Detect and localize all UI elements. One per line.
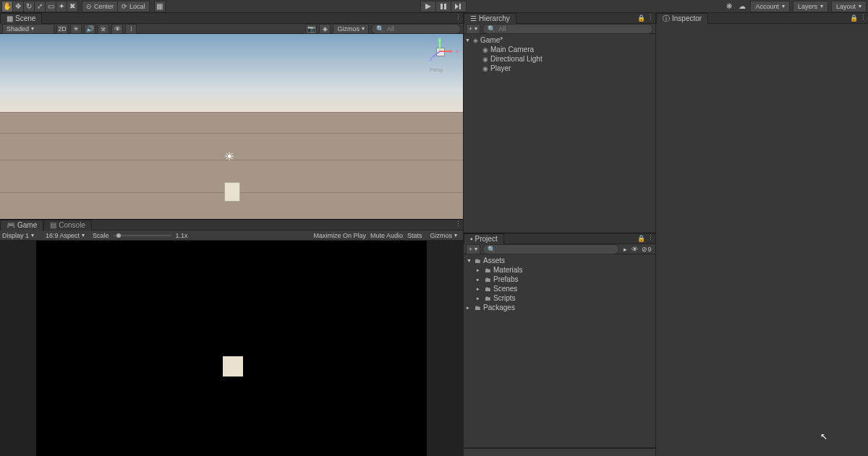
- layers-dropdown[interactable]: Layers: [793, 1, 828, 12]
- expand-arrow-icon[interactable]: ▸: [477, 286, 482, 292]
- shading-mode-dropdown[interactable]: Shaded: [2, 24, 54, 34]
- project-folder-prefabs[interactable]: ▸🖿Prefabs: [464, 275, 655, 284]
- play-button[interactable]: [420, 1, 436, 12]
- move-tool-button[interactable]: ✥: [12, 1, 24, 12]
- gameobject-icon: ◉: [482, 65, 488, 72]
- pivot-toggle-button[interactable]: ⊙Center: [82, 1, 118, 12]
- project-lock-icon[interactable]: 🔒: [637, 235, 645, 242]
- gizmo-persp-label: Persp: [430, 67, 443, 72]
- maximize-on-play-toggle[interactable]: Maximize On Play: [313, 232, 366, 239]
- inspector-lock-icon[interactable]: 🔒: [850, 14, 858, 22]
- snap-toggle-button[interactable]: ▦: [154, 1, 166, 12]
- player-cube-object[interactable]: [224, 182, 240, 202]
- scene-search-field[interactable]: 🔍All: [371, 24, 461, 34]
- btn-2d[interactable]: 2D: [56, 24, 68, 34]
- pause-button[interactable]: [435, 1, 451, 12]
- game-tab-bar: 🎮Game ▤Console ⋮: [0, 220, 463, 231]
- svg-rect-4: [459, 4, 461, 9]
- project-tree[interactable]: ▼ 🖿 Assets ▸🖿Materials ▸🖿Prefabs ▸🖿Scene…: [464, 254, 655, 448]
- expand-arrow-icon[interactable]: ▸: [477, 296, 482, 301]
- hierarchy-search-placeholder: All: [498, 25, 506, 33]
- gizmos-dropdown[interactable]: Gizmos: [333, 24, 369, 34]
- expand-arrow-icon[interactable]: ▸: [477, 267, 482, 273]
- project-visibility-icon[interactable]: 👁: [631, 245, 638, 254]
- project-folder-label: Assets: [483, 257, 505, 264]
- scene-lighting-toggle[interactable]: ☀: [70, 24, 82, 34]
- project-hidden-count[interactable]: ⊘9: [640, 245, 653, 254]
- scale-slider[interactable]: [114, 235, 171, 236]
- scene-camera-dropdown[interactable]: ⁞: [125, 24, 137, 34]
- hierarchy-panel-menu[interactable]: ⋮: [647, 14, 654, 21]
- game-gizmos-dropdown[interactable]: Gizmos: [426, 231, 461, 240]
- scene-panel-menu[interactable]: ⋮: [455, 14, 461, 21]
- cloud-icon[interactable]: ☁: [737, 1, 747, 12]
- project-folder-scripts[interactable]: ▸🖿Scripts: [464, 293, 655, 303]
- layers-dropdown-label: Layers: [798, 3, 817, 10]
- project-search-field[interactable]: 🔍: [482, 244, 619, 254]
- game-panel-menu[interactable]: ⋮: [455, 220, 461, 228]
- project-assets-root[interactable]: ▼ 🖿 Assets: [464, 256, 655, 265]
- project-packages-root[interactable]: ▸🖿Packages: [464, 303, 655, 312]
- tab-console[interactable]: ▤Console: [43, 220, 92, 231]
- collab-icon[interactable]: ❋: [724, 1, 734, 12]
- scene-viewport[interactable]: y x z Persp ☀: [0, 34, 463, 219]
- scene-visibility-toggle[interactable]: 👁: [111, 24, 123, 34]
- orientation-gizmo[interactable]: y x z Persp: [427, 38, 456, 67]
- project-filter-icon[interactable]: ▸: [621, 245, 629, 254]
- mute-audio-toggle[interactable]: Mute Audio: [370, 232, 403, 239]
- project-folder-label: Materials: [493, 266, 523, 274]
- scale-tool-button[interactable]: ⤢: [34, 1, 46, 12]
- expand-arrow-icon[interactable]: ▼: [465, 38, 471, 43]
- project-folder-scenes[interactable]: ▸🖿Scenes: [464, 284, 655, 293]
- hierarchy-scene-root[interactable]: ▼ ◈ Game*: [464, 35, 655, 45]
- tab-scene[interactable]: ▦Scene: [0, 13, 42, 24]
- svg-rect-1: [441, 4, 443, 9]
- display-dropdown[interactable]: Display 1: [2, 231, 38, 240]
- hierarchy-tab-bar: ☰Hierarchy 🔒 ⋮: [464, 13, 655, 24]
- hierarchy-item-directional-light[interactable]: ◉ Directional Light: [464, 54, 655, 64]
- space-toggle-button[interactable]: ⟳Local: [117, 1, 150, 12]
- directional-light-gizmo[interactable]: ☀: [224, 150, 234, 163]
- project-create-dropdown[interactable]: +: [466, 244, 480, 254]
- local-icon: ⟳: [122, 3, 127, 10]
- hierarchy-tree[interactable]: ▼ ◈ Game* ◉ Main Camera ◉ Directional Li…: [464, 34, 655, 233]
- hierarchy-item-player[interactable]: ◉ Player: [464, 64, 655, 73]
- rect-tool-button[interactable]: ▭: [45, 1, 56, 12]
- hierarchy-lock-icon[interactable]: 🔒: [637, 14, 645, 22]
- rotate-tool-button[interactable]: ↻: [23, 1, 35, 12]
- layout-dropdown[interactable]: Layout: [831, 1, 867, 12]
- stats-toggle[interactable]: Stats: [407, 232, 422, 239]
- svg-line-7: [433, 51, 440, 57]
- hand-tool-button[interactable]: ✋: [1, 1, 13, 12]
- scene-audio-toggle[interactable]: 🔊: [84, 24, 95, 34]
- project-folder-materials[interactable]: ▸🖿Materials: [464, 265, 655, 275]
- gameobject-icon: ◉: [482, 56, 488, 63]
- scene-icon: ▦: [7, 14, 13, 22]
- tab-inspector[interactable]: ⓘInspector: [656, 13, 708, 24]
- transform-tool-button[interactable]: ✦: [56, 1, 67, 12]
- project-panel-menu[interactable]: ⋮: [647, 234, 654, 241]
- gizmo-toggle-icon[interactable]: ◈: [319, 24, 331, 34]
- expand-arrow-icon[interactable]: ▸: [467, 305, 472, 311]
- game-viewport[interactable]: [36, 241, 427, 456]
- expand-arrow-icon[interactable]: ▸: [477, 277, 482, 283]
- step-button[interactable]: [451, 1, 467, 12]
- scene-fx-toggle[interactable]: ※: [98, 24, 109, 34]
- tab-game[interactable]: 🎮Game: [0, 220, 43, 231]
- inspector-panel-menu[interactable]: ⋮: [860, 14, 867, 21]
- tab-hierarchy[interactable]: ☰Hierarchy: [464, 13, 516, 24]
- expand-arrow-icon[interactable]: ▼: [467, 258, 472, 263]
- scene-camera-icon[interactable]: 📷: [305, 24, 317, 34]
- svg-marker-3: [455, 4, 459, 9]
- hierarchy-item-main-camera[interactable]: ◉ Main Camera: [464, 45, 655, 54]
- hierarchy-create-dropdown[interactable]: +: [466, 24, 480, 34]
- game-viewport-container: [0, 241, 463, 456]
- folder-icon: 🖿: [485, 285, 491, 293]
- account-dropdown[interactable]: Account: [750, 1, 790, 12]
- slider-thumb[interactable]: [116, 233, 121, 238]
- tab-project[interactable]: ▪Project: [464, 233, 504, 244]
- aspect-dropdown[interactable]: 16:9 Aspect: [42, 231, 88, 240]
- custom-tool-button[interactable]: ✖: [67, 1, 78, 12]
- hierarchy-search-field[interactable]: 🔍All: [482, 24, 653, 34]
- scene-panel: ▦Scene ⋮ Shaded 2D ☀ 🔊 ※ 👁 ⁞ 📷 ◈ Gizmos …: [0, 13, 464, 219]
